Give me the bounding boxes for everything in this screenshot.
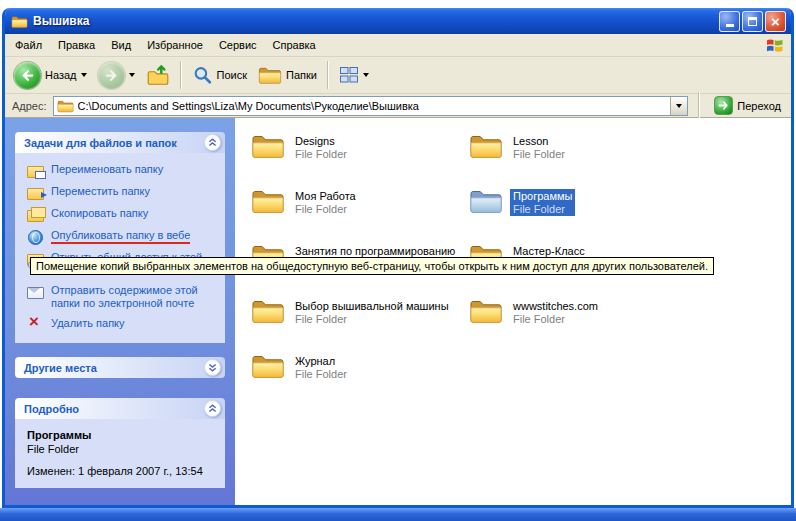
go-arrow-icon (714, 96, 733, 115)
task-item[interactable]: Переместить папку (27, 185, 219, 200)
folders-icon (258, 65, 282, 85)
folder-item[interactable]: wwwstitches.com File Folder (469, 297, 687, 352)
folder-type: File Folder (513, 313, 598, 325)
menu-item[interactable]: Избранное (139, 35, 211, 55)
folder-item[interactable]: Designs File Folder (251, 132, 469, 187)
folder-name: Журнал (295, 355, 347, 367)
folder-item[interactable]: Выбор вышивальной машины File Folder (251, 297, 469, 352)
address-input[interactable]: C:\Documents and Settings\Liza\My Docume… (53, 96, 689, 116)
windows-logo-icon (764, 35, 786, 55)
minimize-icon (726, 24, 734, 27)
window-content: Задачи для файлов и папок Переименовать … (5, 118, 791, 505)
menu-item[interactable]: Вид (103, 35, 139, 55)
folder-item[interactable]: Журнал File Folder (251, 352, 469, 407)
menu-item[interactable]: Сервис (211, 35, 265, 55)
panel-header-file-folder-tasks[interactable]: Задачи для файлов и папок (15, 132, 225, 153)
address-folder-icon (57, 99, 74, 113)
chevron-down-icon[interactable] (204, 359, 221, 376)
address-path-text: C:\Documents and Settings\Liza\My Docume… (78, 100, 667, 112)
panel-header-other-places[interactable]: Другие места (15, 357, 225, 378)
folder-item[interactable]: Lesson File Folder (469, 132, 687, 187)
task-item[interactable]: Переименовать папку (27, 163, 219, 178)
folder-type: File Folder (295, 368, 347, 380)
folders-label: Папки (286, 69, 317, 81)
task-pane-sidebar: Задачи для файлов и папок Переименовать … (5, 118, 235, 505)
title-bar: Вышивка (5, 8, 791, 34)
panel-title: Задачи для файлов и папок (24, 137, 177, 149)
folder-name: Занятия по программированию (295, 245, 455, 257)
copy-folder-icon (27, 207, 44, 222)
toolbar-separator (327, 61, 329, 89)
panel-file-folder-tasks: Задачи для файлов и папок Переименовать … (15, 132, 225, 343)
folder-type: File Folder (513, 148, 565, 160)
panel-other-places: Другие места (15, 357, 225, 378)
window-controls (719, 11, 786, 32)
up-button[interactable] (141, 60, 175, 90)
folder-icon (251, 297, 285, 325)
delete-folder-icon (27, 317, 44, 332)
views-button[interactable] (334, 62, 374, 88)
folder-icon (251, 352, 285, 380)
folder-type: File Folder (295, 148, 347, 160)
folder-labels: Программы File Folder (510, 189, 575, 216)
go-button[interactable]: Переход (710, 96, 789, 115)
back-dropdown-caret-icon (81, 73, 87, 77)
views-dropdown-caret-icon (363, 73, 369, 77)
folder-name: Моя Работа (295, 190, 356, 202)
folder-item[interactable]: Моя Работа File Folder (251, 187, 469, 242)
search-label: Поиск (217, 69, 247, 81)
publish-to-web-tooltip: Помещение копий выбранных элементов на о… (30, 257, 714, 275)
menu-item[interactable]: Справка (265, 35, 324, 55)
go-label: Переход (737, 100, 781, 112)
task-item[interactable]: Скопировать папку (27, 207, 219, 222)
close-icon (771, 14, 780, 29)
search-button[interactable]: Поиск (187, 62, 252, 89)
forward-arrow-icon (98, 62, 125, 89)
panel-title: Другие места (24, 362, 97, 374)
address-bar: Адрес: C:\Documents and Settings\Liza\My… (5, 94, 791, 118)
back-arrow-icon (14, 62, 41, 89)
folder-name: Lesson (513, 135, 565, 147)
email-icon (27, 284, 44, 299)
forward-button[interactable] (93, 59, 140, 92)
chevron-up-icon[interactable] (204, 400, 221, 417)
rename-folder-icon (27, 163, 44, 178)
task-item[interactable]: Удалить папку (27, 317, 219, 332)
taskbar-edge (0, 508, 796, 521)
menu-item[interactable]: Файл (7, 35, 50, 55)
details-folder-type: File Folder (27, 443, 219, 455)
minimize-button[interactable] (719, 11, 740, 32)
address-label: Адрес: (12, 100, 47, 112)
folder-name: Designs (295, 135, 347, 147)
folder-name: Программы (513, 190, 572, 202)
chevron-up-icon[interactable] (204, 134, 221, 151)
dropdown-caret-icon (676, 104, 682, 108)
panel-header-details[interactable]: Подробно (15, 398, 225, 419)
maximize-icon (748, 17, 757, 26)
back-label: Назад (45, 69, 77, 81)
file-list-area: Designs File Folder Lesson File Folder (235, 118, 791, 505)
task-item[interactable]: Отправить содержимое этой папки по элект… (27, 284, 219, 310)
address-dropdown-button[interactable] (670, 97, 687, 115)
publish-web-icon (27, 229, 44, 244)
details-folder-name: Программы (27, 429, 219, 441)
menu-bar: ФайлПравкаВидИзбранноеСервисСправка (5, 34, 791, 57)
details-modified-date: Изменен: 1 февраля 2007 г., 13:54 (27, 465, 219, 477)
folder-labels: wwwstitches.com File Folder (510, 299, 601, 326)
folder-labels: Журнал File Folder (292, 354, 350, 381)
close-button[interactable] (765, 11, 786, 32)
back-button[interactable]: Назад (9, 59, 92, 92)
menu-item[interactable]: Правка (50, 35, 103, 55)
folder-icon (469, 297, 503, 325)
folder-name: Выбор вышивальной машины (295, 300, 449, 312)
folder-type: File Folder (295, 313, 449, 325)
folders-button[interactable]: Папки (253, 62, 322, 88)
maximize-button[interactable] (742, 11, 763, 32)
folder-item[interactable]: Программы File Folder (469, 187, 687, 242)
folder-labels: Выбор вышивальной машины File Folder (292, 299, 452, 326)
folder-icon (251, 132, 285, 160)
task-item[interactable]: Опубликовать папку в вебе (27, 229, 219, 244)
folder-icon (251, 187, 285, 215)
standard-buttons-toolbar: Назад Поиск (5, 57, 791, 94)
folder-labels: Designs File Folder (292, 134, 350, 161)
